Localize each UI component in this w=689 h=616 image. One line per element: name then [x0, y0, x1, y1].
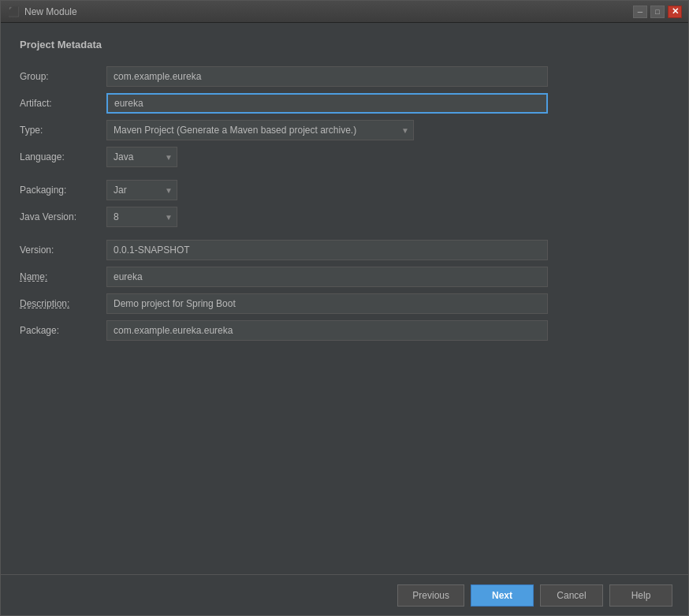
- previous-button[interactable]: Previous: [397, 584, 464, 607]
- close-button[interactable]: ✕: [668, 6, 682, 18]
- spacer-2: [106, 170, 669, 177]
- packaging-field-wrap: Jar War ▼: [106, 177, 669, 203]
- packaging-label: Packaging:: [20, 180, 106, 200]
- name-label: Name:: [20, 267, 106, 287]
- type-field-wrap: Maven Project (Generate a Maven based pr…: [106, 117, 669, 144]
- artifact-input[interactable]: [106, 93, 548, 114]
- project-metadata-form: Group: Artifact: Type: Maven Project (Ge…: [20, 63, 669, 344]
- package-input[interactable]: [106, 320, 548, 341]
- java-version-select-wrap: 8 11 17 21 ▼: [106, 207, 177, 227]
- version-field-wrap: [106, 237, 669, 263]
- new-module-window: ⬛ New Module ─ □ ✕ Project Metadata Grou…: [0, 0, 689, 616]
- language-select-wrap: Java Kotlin Groovy ▼: [106, 147, 177, 167]
- section-title: Project Metadata: [20, 39, 669, 50]
- title-bar: ⬛ New Module ─ □ ✕: [1, 1, 688, 23]
- artifact-label: Artifact:: [20, 93, 106, 114]
- java-version-field-wrap: 8 11 17 21 ▼: [106, 203, 669, 230]
- next-button[interactable]: Next: [471, 584, 534, 607]
- packaging-select[interactable]: Jar War: [106, 180, 177, 200]
- package-label: Package:: [20, 320, 106, 341]
- type-label: Type:: [20, 120, 106, 140]
- maximize-button[interactable]: □: [650, 6, 665, 18]
- group-field-wrap: [106, 63, 669, 90]
- packaging-select-wrap: Jar War ▼: [106, 180, 177, 200]
- package-field-wrap: [106, 317, 669, 344]
- cancel-button[interactable]: Cancel: [540, 584, 603, 607]
- description-label: Description:: [20, 293, 106, 314]
- window-icon: ⬛: [7, 6, 20, 18]
- minimize-button[interactable]: ─: [633, 6, 647, 18]
- language-select[interactable]: Java Kotlin Groovy: [106, 147, 177, 167]
- window-controls: ─ □ ✕: [633, 6, 682, 18]
- spacer-1: [20, 170, 106, 177]
- description-input[interactable]: [106, 293, 548, 314]
- name-input[interactable]: [106, 267, 548, 287]
- language-field-wrap: Java Kotlin Groovy ▼: [106, 144, 669, 170]
- dialog-content: Project Metadata Group: Artifact: Type: …: [1, 23, 688, 574]
- group-label: Group:: [20, 66, 106, 87]
- spacer-3: [20, 230, 106, 237]
- group-input[interactable]: [106, 66, 548, 87]
- language-label: Language:: [20, 147, 106, 167]
- version-label: Version:: [20, 240, 106, 260]
- version-input[interactable]: [106, 240, 548, 260]
- description-field-wrap: [106, 290, 669, 317]
- button-bar: Previous Next Cancel Help: [1, 574, 688, 615]
- help-button[interactable]: Help: [609, 584, 672, 607]
- java-version-label: Java Version:: [20, 207, 106, 227]
- java-version-select[interactable]: 8 11 17 21: [106, 207, 177, 227]
- window-title: New Module: [24, 6, 633, 17]
- type-select[interactable]: Maven Project (Generate a Maven based pr…: [106, 120, 414, 140]
- type-select-wrap: Maven Project (Generate a Maven based pr…: [106, 120, 414, 140]
- name-field-wrap: [106, 263, 669, 290]
- artifact-field-wrap: [106, 90, 669, 117]
- spacer-4: [106, 230, 669, 237]
